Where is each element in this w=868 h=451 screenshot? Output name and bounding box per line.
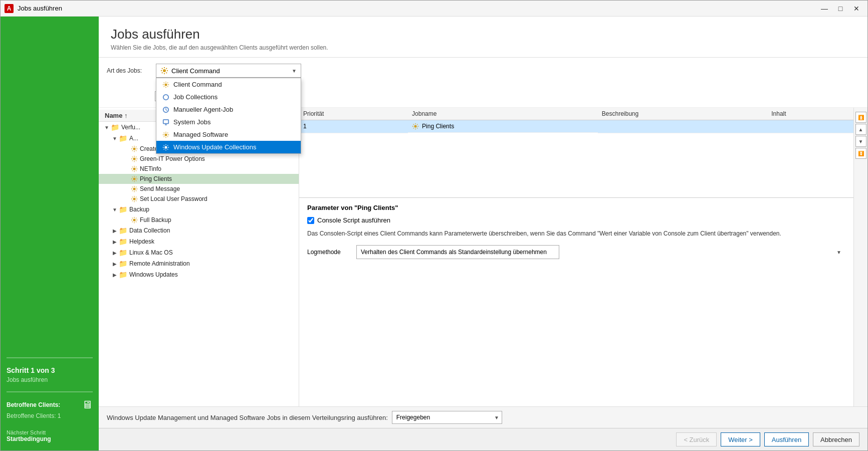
folder-icon: 📁 [119,238,127,246]
console-script-label: Console Script ausführen [317,216,390,224]
logmethod-select-wrapper: Verhalten des Client Commands als Standa… [356,245,845,259]
dropdown-item-managed-software[interactable]: Managed Software [156,128,301,141]
svg-point-0 [163,69,166,72]
folder-icon: 📁 [111,123,119,131]
scroll-bottom-button[interactable]: ⏬ [855,148,866,159]
col-inhalt: Inhalt [767,108,853,120]
tree-item-send-message[interactable]: Send Message [99,184,299,194]
expand-icon-lm[interactable]: ▶ [111,250,119,256]
tree-item-windows-updates[interactable]: ▶ 📁 Windows Updates [99,269,299,280]
dropdown-item-windows-update-collections[interactable]: Windows Update Collections [156,141,301,153]
tree-label: Data Collection [129,227,170,234]
logmethod-dropdown-icon: ▼ [836,250,841,255]
window-controls: — □ ✕ [817,3,863,14]
tree-label: Linux & Mac OS [129,249,173,256]
monitor-icon [162,119,169,126]
scroll-top-button[interactable]: ⏫ [855,112,866,123]
expand-icon-backup[interactable]: ▼ [111,207,119,212]
tree-item-green-it[interactable]: Green-IT Power Options [99,154,299,164]
maximize-button[interactable]: □ [833,3,847,14]
tree-label: NETinfo [140,165,161,172]
expand-icon-ra[interactable]: ▶ [111,261,119,267]
name-column-header: Name ↑ [105,112,128,119]
folder-icon: 📁 [119,249,127,257]
tree-label: Green-IT Power Options [140,155,205,162]
expand-icon-wu[interactable]: ▶ [111,272,119,278]
app-icon: A [5,4,14,13]
art-des-jobs-row: Art des Jobs: Client Command ▼ [107,64,859,78]
bottom-select-wrapper: Freigegeben Gesperrt Deaktiviert ▼ [392,411,502,424]
svg-point-8 [133,157,135,160]
jobs-table: Priorität Jobname Beschreibung Inhalt [299,108,853,133]
next-button[interactable]: Weiter > [721,432,760,446]
minimize-button[interactable]: — [817,3,831,14]
expand-icon-verfu[interactable]: ▼ [103,125,111,130]
params-logmethod-row: Logmethode Verhalten des Client Commands… [307,245,845,259]
params-title: Parameter von "Ping Clients" [307,204,845,211]
next-label: Nächster Schritt [7,429,93,435]
gear-icon [131,145,138,152]
clients-count: Betroffene Clients: 1 [7,412,93,419]
table-row[interactable]: 1 Ping Clients [299,120,853,133]
clock-icon [162,106,169,113]
logmethod-select[interactable]: Verhalten des Client Commands als Standa… [356,245,559,259]
dropdown-item-job-collections[interactable]: Job Collections [156,91,301,103]
cancel-button[interactable]: Abbrechen [813,432,859,446]
job-type-dropdown-menu[interactable]: Client Command Job Collections Manueller… [156,78,301,154]
expand-icon-dc[interactable]: ▶ [111,228,119,234]
bottom-select[interactable]: Freigegeben Gesperrt Deaktiviert [392,411,502,424]
folder-icon: 📁 [119,271,127,279]
dropdown-label: Manueller Agent-Job [173,106,233,113]
svg-point-1 [164,83,167,86]
gear-icon-ms [162,131,169,138]
dropdown-item-manueller[interactable]: Manueller Agent-Job [156,103,301,116]
gear-icon-selected [160,67,168,75]
clients-label: Betroffene Clients: [7,401,60,408]
tree-label: Full Backup [140,216,171,223]
tree-item-helpdesk[interactable]: ▶ 📁 Helpdesk [99,236,299,247]
dropdown-label: Job Collections [173,93,218,101]
tree-item-set-user-pwd[interactable]: Set Local User Password [99,194,299,204]
title-bar: A Jobs ausführen — □ ✕ [1,1,867,17]
tree-item-backup[interactable]: ▼ 📁 Backup [99,204,299,215]
execute-button[interactable]: Ausführen [764,432,809,446]
folder-icon: 📁 [119,227,127,235]
tree-item-ping-clients[interactable]: Ping Clients [99,174,299,184]
scroll-down-button[interactable]: ▼ [855,136,866,147]
logmethod-label: Logmethode [307,249,352,256]
cell-inhalt [767,120,853,133]
content-panel: Priorität Jobname Beschreibung Inhalt [299,108,853,406]
expand-icon-hd[interactable]: ▶ [111,239,119,245]
sidebar: Schritt 1 von 3 Jobs ausführen Betroffen… [1,17,99,450]
back-button[interactable]: < Zurück [676,432,717,446]
dropdown-item-client-command[interactable]: Client Command [156,78,301,91]
dropdown-item-system-jobs[interactable]: System Jobs [156,116,301,128]
cell-beschreibung [598,120,767,133]
step-label: Schritt 1 von 3 [7,366,93,374]
close-button[interactable]: ✕ [849,3,863,14]
folder-icon: 📁 [119,260,127,268]
svg-point-7 [133,147,135,150]
tree-item-linux-mac[interactable]: ▶ 📁 Linux & Mac OS [99,247,299,258]
main-window: A Jobs ausführen — □ ✕ Schritt 1 von 3 J… [0,0,868,451]
tree-item-full-backup[interactable]: Full Backup [99,215,299,225]
tree-item-data-collection[interactable]: ▶ 📁 Data Collection [99,225,299,236]
dropdown-label: System Jobs [173,118,210,126]
scroll-up-button[interactable]: ▲ [855,124,866,135]
expand-icon-a[interactable]: ▼ [111,136,119,141]
main-content: Schritt 1 von 3 Jobs ausführen Betroffen… [1,17,867,450]
svg-point-5 [164,133,167,136]
dialog-body: Art des Jobs: Client Command ▼ [99,58,867,406]
job-type-dropdown-container: Client Command ▼ Client Command [156,64,301,78]
console-script-checkbox[interactable] [307,217,314,224]
tree-label: Ping Clients [140,175,172,182]
tree-item-remote-admin[interactable]: ▶ 📁 Remote Administration [99,258,299,269]
tree-label: Send Message [140,185,180,192]
dropdown-chevron-icon: ▼ [292,68,297,74]
dropdown-label-wuc: Windows Update Collections [173,143,256,151]
params-description: Das Consolen-Script eines Client Command… [307,229,845,238]
job-type-select[interactable]: Client Command ▼ [156,64,301,78]
sidebar-clients-section: Betroffene Clients: 🖥 Betroffene Clients… [1,392,99,425]
bottom-bar-label: Windows Update Management und Managed So… [107,414,388,421]
tree-item-netinfo[interactable]: NETinfo [99,164,299,174]
